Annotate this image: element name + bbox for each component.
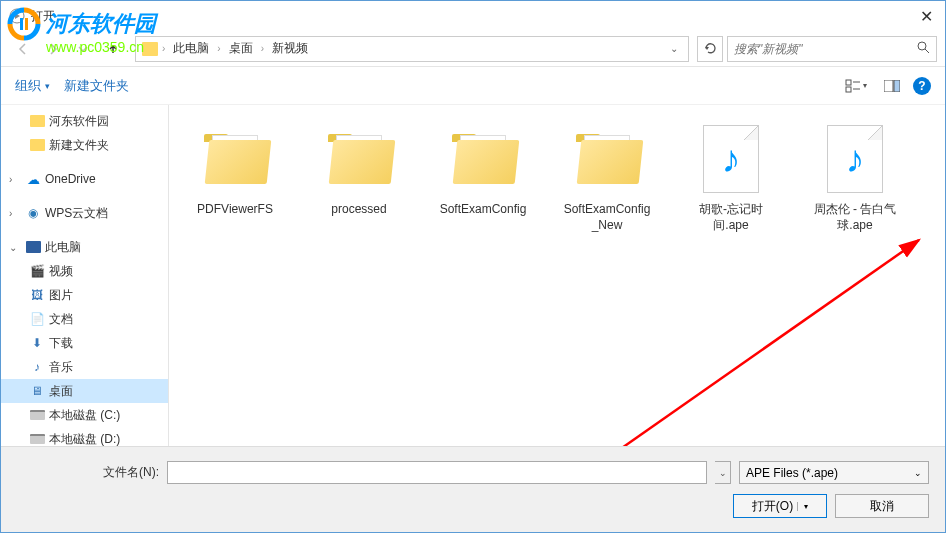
navbar: › 此电脑 › 桌面 › 新视频 ⌄: [1, 31, 945, 67]
filename-dropdown[interactable]: ⌄: [715, 461, 731, 484]
close-button[interactable]: ✕: [907, 1, 945, 31]
sidebar-item-documents[interactable]: 📄文档: [1, 307, 168, 331]
file-list: PDFViewerFS processed SoftExamConfig Sof…: [169, 105, 945, 490]
dialog-footer: 文件名(N): ⌄ APE Files (*.ape)⌄ 打开(O)▾ 取消: [1, 446, 945, 532]
folder-item[interactable]: PDFViewerFS: [187, 117, 283, 239]
new-folder-button[interactable]: 新建文件夹: [64, 77, 129, 95]
chevron-right-icon[interactable]: ›: [162, 43, 165, 54]
organize-menu[interactable]: 组织▾: [15, 77, 50, 95]
help-button[interactable]: ?: [913, 77, 931, 95]
folder-item[interactable]: processed: [311, 117, 407, 239]
svg-line-6: [925, 49, 929, 53]
toolbar: 组织▾ 新建文件夹 ▾ ?: [1, 67, 945, 105]
open-button[interactable]: 打开(O)▾: [733, 494, 827, 518]
audio-file-item[interactable]: ♪ 周杰伦 - 告白气球.ape: [807, 117, 903, 239]
folder-item[interactable]: SoftExamConfig: [435, 117, 531, 239]
search-input[interactable]: [734, 42, 917, 56]
annotation-arrow: [609, 230, 939, 460]
svg-rect-7: [846, 80, 851, 85]
sidebar-item-downloads[interactable]: ⬇下载: [1, 331, 168, 355]
view-large-button[interactable]: ▾: [841, 74, 871, 98]
refresh-button[interactable]: [697, 36, 723, 62]
breadcrumb-item[interactable]: 桌面: [225, 38, 257, 59]
sidebar-item-wps[interactable]: ›◉WPS云文档: [1, 201, 168, 225]
nav-up-button[interactable]: [99, 35, 127, 63]
sidebar-item-videos[interactable]: 🎬视频: [1, 259, 168, 283]
folder-item[interactable]: SoftExamConfig_New: [559, 117, 655, 239]
app-icon: [9, 8, 25, 24]
view-preview-button[interactable]: [877, 74, 907, 98]
sidebar-item-folder[interactable]: 新建文件夹: [1, 133, 168, 157]
svg-point-5: [918, 42, 926, 50]
folder-icon: [142, 42, 158, 56]
chevron-down-icon[interactable]: ⌄: [670, 43, 678, 54]
sidebar-item-desktop[interactable]: 🖥桌面: [1, 379, 168, 403]
search-icon[interactable]: [917, 40, 930, 58]
svg-line-14: [619, 240, 919, 450]
sidebar: 河东软件园 新建文件夹 ›☁OneDrive ›◉WPS云文档 ⌄此电脑 🎬视频…: [1, 105, 169, 490]
svg-rect-11: [884, 80, 893, 92]
sidebar-item-pictures[interactable]: 🖼图片: [1, 283, 168, 307]
sidebar-item-disk-c[interactable]: 本地磁盘 (C:): [1, 403, 168, 427]
breadcrumb-item[interactable]: 此电脑: [169, 38, 213, 59]
nav-recent-button[interactable]: [69, 35, 97, 63]
nav-back-button[interactable]: [9, 35, 37, 63]
sidebar-item-thispc[interactable]: ⌄此电脑: [1, 235, 168, 259]
chevron-right-icon[interactable]: ›: [217, 43, 220, 54]
svg-marker-3: [15, 13, 20, 19]
filename-input[interactable]: [167, 461, 707, 484]
svg-rect-8: [846, 87, 851, 92]
svg-rect-12: [894, 80, 900, 92]
sidebar-item-onedrive[interactable]: ›☁OneDrive: [1, 167, 168, 191]
titlebar: 打开 ✕: [1, 1, 945, 31]
cancel-button[interactable]: 取消: [835, 494, 929, 518]
chevron-right-icon[interactable]: ›: [261, 43, 264, 54]
filename-label: 文件名(N):: [103, 464, 159, 481]
breadcrumb[interactable]: › 此电脑 › 桌面 › 新视频 ⌄: [135, 36, 689, 62]
sidebar-item-music[interactable]: ♪音乐: [1, 355, 168, 379]
audio-file-item[interactable]: ♪ 胡歌-忘记时间.ape: [683, 117, 779, 239]
filetype-select[interactable]: APE Files (*.ape)⌄: [739, 461, 929, 484]
sidebar-item-folder[interactable]: 河东软件园: [1, 109, 168, 133]
search-box[interactable]: [727, 36, 937, 62]
window-title: 打开: [31, 8, 907, 25]
nav-forward-button[interactable]: [39, 35, 67, 63]
breadcrumb-item[interactable]: 新视频: [268, 38, 312, 59]
